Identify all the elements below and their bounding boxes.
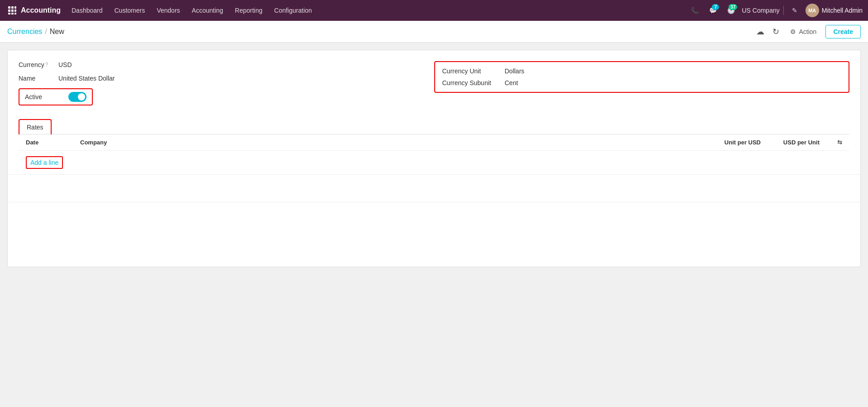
- menu-customers[interactable]: Customers: [109, 4, 151, 17]
- currency-value[interactable]: USD: [58, 61, 72, 68]
- user-menu[interactable]: MA Mitchell Admin: [806, 4, 863, 17]
- col-header-usd-per-unit: USD per Unit: [770, 139, 820, 146]
- svg-rect-3: [8, 10, 10, 12]
- apps-menu-button[interactable]: [5, 4, 19, 17]
- action-button[interactable]: ⚙ Action: [786, 25, 821, 38]
- secondary-bar: Currencies / New ☁ ↻ ⚙ Action Create: [0, 21, 868, 43]
- cloud-upload-button[interactable]: ☁: [754, 25, 766, 38]
- breadcrumb: Currencies / New: [7, 28, 754, 36]
- active-label: Active: [25, 93, 61, 101]
- currency-subunit-field: Currency Subunit Cent: [442, 79, 842, 86]
- currency-help-icon[interactable]: ?: [45, 62, 48, 68]
- col-header-company: Company: [80, 139, 711, 146]
- toggle-thumb: [78, 93, 85, 101]
- breadcrumb-current: New: [50, 28, 64, 36]
- form-left-column: Currency ? USD Name United States Dollar…: [19, 61, 434, 112]
- currency-unit-label: Currency Unit: [442, 67, 501, 75]
- name-value[interactable]: United States Dollar: [58, 75, 115, 82]
- currency-label-wrap: Currency ?: [19, 61, 55, 68]
- table-body: Add a line: [19, 151, 849, 174]
- settings-icon-button[interactable]: ✎: [787, 3, 802, 18]
- col-right-headers: Unit per USD USD per Unit ⇆: [711, 139, 842, 146]
- form-top-section: Currency ? USD Name United States Dollar…: [19, 61, 849, 112]
- refresh-button[interactable]: ↻: [771, 25, 781, 38]
- chat-badge: 7: [712, 4, 719, 10]
- active-field: Active: [19, 88, 416, 105]
- svg-rect-4: [11, 10, 14, 12]
- menu-configuration[interactable]: Configuration: [269, 4, 317, 17]
- phone-icon-button[interactable]: 📞: [687, 3, 702, 18]
- action-label: Action: [799, 28, 816, 35]
- menu-vendors[interactable]: Vendors: [151, 4, 185, 17]
- currency-subunit-label: Currency Subunit: [442, 79, 501, 86]
- form-right-column: Currency Unit Dollars Currency Subunit C…: [434, 61, 850, 93]
- active-row-highlight: Active: [19, 88, 93, 105]
- name-label: Name: [19, 75, 55, 82]
- main-menu: Dashboard Customers Vendors Accounting R…: [66, 4, 686, 17]
- tabs-bar: Rates: [19, 119, 849, 134]
- phone-icon: 📞: [691, 7, 699, 14]
- currency-subunit-value[interactable]: Cent: [505, 79, 518, 86]
- chat-icon-button[interactable]: 💬 7: [705, 3, 720, 18]
- add-line-button[interactable]: Add a line: [27, 157, 62, 168]
- toggle-track: [68, 92, 86, 102]
- tab-rates[interactable]: Rates: [19, 119, 52, 134]
- nav-divider: [783, 6, 784, 15]
- currency-unit-field: Currency Unit Dollars: [442, 67, 842, 75]
- breadcrumb-parent[interactable]: Currencies: [7, 28, 42, 36]
- topnav-right-section: 📞 💬 7 🕐 37 US Company ✎ MA Mitchell Admi…: [687, 3, 863, 18]
- currency-field: Currency ? USD: [19, 61, 416, 68]
- form-card: Currency ? USD Name United States Dollar…: [7, 50, 861, 267]
- create-button[interactable]: Create: [825, 25, 861, 38]
- activity-icon-button[interactable]: 🕐 37: [724, 3, 738, 18]
- svg-rect-8: [14, 13, 16, 14]
- name-field: Name United States Dollar: [19, 75, 416, 82]
- svg-rect-1: [11, 6, 14, 9]
- secondbar-actions: ☁ ↻ ⚙ Action Create: [754, 25, 861, 38]
- tab-rates-label: Rates: [27, 124, 43, 131]
- menu-accounting[interactable]: Accounting: [187, 4, 229, 17]
- empty-section-2: [19, 202, 849, 230]
- empty-section-1: [19, 175, 849, 202]
- add-line-highlight: Add a line: [26, 156, 63, 169]
- avatar: MA: [806, 4, 819, 17]
- top-navigation: Accounting Dashboard Customers Vendors A…: [0, 0, 868, 21]
- currency-label: Currency: [19, 61, 44, 68]
- col-header-unit-per-usd: Unit per USD: [711, 139, 761, 146]
- menu-reporting[interactable]: Reporting: [230, 4, 268, 17]
- activity-badge: 37: [729, 4, 737, 10]
- svg-rect-0: [8, 6, 10, 9]
- active-toggle[interactable]: [68, 92, 86, 102]
- user-name: Mitchell Admin: [822, 7, 863, 14]
- svg-rect-2: [14, 6, 16, 9]
- company-selector[interactable]: US Company: [742, 7, 779, 14]
- svg-rect-6: [8, 13, 10, 14]
- main-content: Currency ? USD Name United States Dollar…: [0, 43, 868, 274]
- breadcrumb-separator: /: [45, 28, 47, 36]
- swap-icon[interactable]: ⇆: [829, 139, 842, 146]
- col-header-date: Date: [26, 139, 80, 146]
- svg-rect-7: [11, 13, 14, 14]
- currency-unit-value[interactable]: Dollars: [505, 67, 525, 75]
- svg-rect-5: [14, 10, 16, 12]
- gear-icon: ⚙: [790, 28, 796, 35]
- app-brand: Accounting: [21, 6, 61, 14]
- table-header: Date Company Unit per USD USD per Unit ⇆: [19, 134, 849, 151]
- menu-dashboard[interactable]: Dashboard: [66, 4, 108, 17]
